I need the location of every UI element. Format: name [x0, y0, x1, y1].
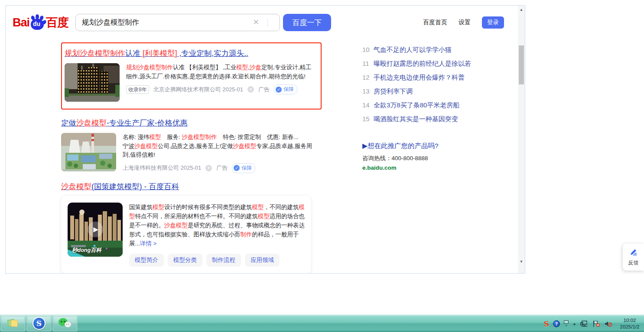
sticky-notes-icon	[7, 318, 19, 329]
baike-card: ▶ 秒dong百科 国策建筑模型设计的时候有很多不同类型的建筑模型，不同的建筑模…	[61, 196, 311, 274]
promo-url-link[interactable]: e.baidu.com	[362, 164, 516, 171]
check-icon: ✓	[234, 165, 240, 171]
login-button[interactable]: 登录	[482, 16, 504, 29]
feedback-button[interactable]: 反馈	[623, 244, 644, 271]
hot-rank: 10	[362, 43, 374, 57]
input-separator	[267, 19, 268, 27]
logo-text-du: du	[33, 20, 40, 27]
ad-promo-block: ▶想在此推广您的产品吗? 咨询热线：400-800-8888 e.baidu.c…	[362, 142, 516, 171]
show-hidden-icons-button[interactable]: ▲	[572, 322, 576, 326]
hot-search-sidebar: 10 气血不足的人可以学学小猫 11 曝殴打赵露思的前经纪人是徐以若 12 手机…	[362, 42, 516, 273]
scroll-up-arrow-icon[interactable]: ▲	[518, 6, 525, 13]
result-2-attributes: 名称: 漫纬模型 服务: 沙盘模型制作 特色: 按需定制 优惠: 新春...	[123, 133, 312, 142]
hot-rank: 15	[362, 112, 374, 126]
baidu-logo[interactable]: Bai du 百度	[13, 15, 68, 30]
hot-text: 全款3万8买了条80平米老房船	[374, 98, 459, 112]
promo-hotline: 咨询热线：400-800-8888	[362, 155, 516, 162]
wechat-icon	[59, 318, 72, 329]
hot-item-13[interactable]: 13 房贷利率下调	[362, 84, 516, 98]
result-3-title-link[interactable]: 沙盘模型(国策建筑模型) - 百度百科	[61, 181, 179, 192]
promo-title-link[interactable]: ▶想在此推广您的产品吗?	[362, 142, 516, 151]
clock-date: 2025/1/2	[617, 324, 642, 330]
feedback-label: 反馈	[623, 259, 644, 267]
guarantee-badge[interactable]: ✓ 保障	[232, 163, 255, 173]
result-3-text: 国策建筑模型设计的时候有很多不同类型的建筑模型，不同的建筑模型特点不同，所采用的…	[129, 203, 305, 267]
hot-rank: 14	[362, 98, 374, 112]
search-area: ✕ 百度一下	[75, 14, 331, 31]
result-3-video-thumbnail[interactable]: ▶ 秒dong百科	[68, 203, 123, 257]
result-2: 定做沙盘模型-专业生产厂家-价格优惠	[61, 118, 322, 173]
volume-muted-icon[interactable]	[604, 320, 612, 327]
logo-text-bai: Bai	[13, 16, 29, 29]
result-2-source: 上海漫纬科技有限公司 2025-01	[123, 164, 201, 172]
building-model-image	[65, 63, 120, 102]
result-1-thumbnail[interactable]	[65, 63, 120, 102]
taskbar-apps: S	[1, 316, 77, 331]
page-scrollbar[interactable]: ▲ ▼	[518, 6, 525, 273]
sogou-ime-icon[interactable]: S	[544, 319, 549, 328]
tag-model-intro[interactable]: 模型简介	[129, 254, 164, 267]
search-input[interactable]	[75, 14, 280, 31]
result-1-body: 规划沙盘模型制作认准 【利美模型】 ,工业模型,沙盘定制,专业设计,精工细作,源…	[65, 63, 315, 102]
search-button[interactable]: 百度一下	[283, 14, 331, 31]
sogou-browser-icon: S	[33, 317, 46, 330]
hot-rank: 11	[362, 57, 374, 71]
tag-model-category[interactable]: 模型分类	[168, 254, 202, 267]
hot-text: 手机边充电边使用会爆炸？科普	[374, 71, 465, 84]
system-tray: S ? ▾ ▲	[544, 315, 642, 332]
nav-baidu-home[interactable]: 百度首页	[423, 19, 447, 26]
result-3: 沙盘模型(国策建筑模型) - 百度百科	[61, 181, 322, 274]
sticky-notes-taskbar-button[interactable]	[1, 316, 25, 331]
hot-item-11[interactable]: 11 曝殴打赵露思的前经纪人是徐以若	[362, 57, 516, 71]
clear-search-icon[interactable]: ✕	[253, 18, 259, 27]
play-icon: ▶	[92, 226, 98, 233]
video-watermark: 秒dong百科	[72, 247, 101, 254]
tag-making-process[interactable]: 制作流程	[206, 254, 241, 267]
guarantee-badge[interactable]: ✓ 保障	[274, 84, 297, 94]
baike-tags: 模型简介 模型分类 制作流程 应用领域	[129, 254, 305, 267]
hot-rank: 13	[362, 84, 374, 98]
indexed-years-badge: 收录8年	[126, 85, 149, 94]
sogou-browser-taskbar-button[interactable]: S	[27, 316, 51, 331]
chevron-down-icon[interactable]: ▾	[205, 165, 212, 171]
tag-application-field[interactable]: 应用领域	[245, 254, 280, 267]
hot-text: 房贷利率下调	[374, 84, 413, 98]
result-2-body: 名称: 漫纬模型 服务: 沙盘模型制作 特色: 按需定制 优惠: 新春... 宁…	[61, 133, 322, 173]
scrollbar-thumb[interactable]	[519, 45, 524, 84]
result-1-title-link[interactable]: 规划沙盘模型制作认准 [利美模型] ,专业定制,实力源头..	[65, 48, 248, 58]
ime-help-icon[interactable]: ?	[553, 320, 560, 327]
hot-text: 喝酒脸红其实是一种基因突变	[374, 112, 458, 126]
guarantee-label: 保障	[241, 164, 252, 172]
chevron-down-icon[interactable]: ▾	[247, 86, 254, 93]
browser-window: Bai du 百度 ✕ 百度一下 百度首页 设置 登录	[5, 5, 525, 274]
result-2-title-link[interactable]: 定做沙盘模型-专业生产厂家-价格优惠	[61, 118, 188, 128]
result-1-text: 规划沙盘模型制作认准 【利美模型】 ,工业模型,沙盘定制,专业设计,精工细作,源…	[126, 63, 316, 102]
result-2-thumbnail[interactable]	[61, 133, 116, 171]
taskbar-clock[interactable]: 10:02 2025/1/2	[617, 317, 642, 330]
result-1-highlight-box: 规划沙盘模型制作认准 [利美模型] ,专业定制,实力源头..	[61, 42, 322, 110]
search-input-box: ✕	[75, 14, 280, 31]
results-page: 规划沙盘模型制作认准 [利美模型] ,专业定制,实力源头..	[6, 39, 518, 273]
check-icon: ✓	[276, 87, 282, 93]
taskbar: S S ? ▾ ▲	[0, 314, 644, 332]
guarantee-label: 保障	[283, 86, 294, 93]
result-1-meta: 收录8年 北京企腾网络技术有限公司 2025-01 ▾ 广告 ✓ 保障	[126, 84, 316, 94]
results-column: 规划沙盘模型制作认准 [利美模型] ,专业定制,实力源头..	[61, 42, 322, 273]
action-center-flag-icon[interactable]	[592, 320, 600, 327]
hot-item-14[interactable]: 14 全款3万8买了条80平米老房船	[362, 98, 516, 112]
hot-item-15[interactable]: 15 喝酒脸红其实是一种基因突变	[362, 112, 516, 126]
result-1-source: 北京企腾网络技术有限公司 2025-01	[153, 86, 243, 93]
ime-toolbar-icon[interactable]: ▾	[564, 320, 569, 327]
wechat-taskbar-button[interactable]	[53, 316, 77, 331]
play-button[interactable]: ▶	[88, 222, 103, 237]
clock-time: 10:02	[617, 317, 642, 324]
hot-item-12[interactable]: 12 手机边充电边使用会爆炸？科普	[362, 71, 516, 84]
hot-item-10[interactable]: 10 气血不足的人可以学学小猫	[362, 43, 516, 57]
hot-rank: 12	[362, 71, 374, 84]
hot-text: 气血不足的人可以学学小猫	[374, 43, 452, 57]
nav-settings[interactable]: 设置	[459, 19, 471, 26]
network-icon[interactable]	[580, 320, 589, 327]
scroll-down-arrow-icon[interactable]: ▼	[518, 258, 525, 265]
hot-text: 曝殴打赵露思的前经纪人是徐以若	[374, 57, 471, 71]
ad-label: 广告	[216, 164, 228, 172]
